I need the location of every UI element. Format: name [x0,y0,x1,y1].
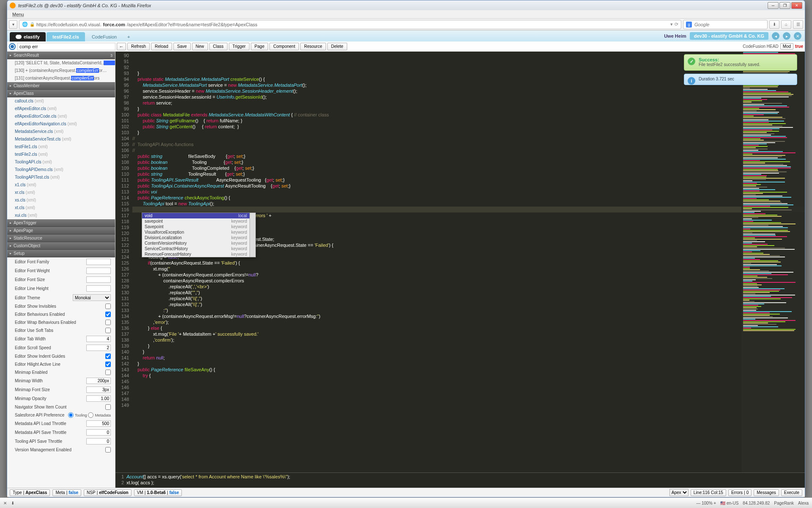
window-titlebar: testFile2.cls @ dev30 - elastify GmbH & … [7,0,592,10]
apex-file-item[interactable]: callout.cls (xml) [7,97,115,105]
globe-icon: 🌐 [22,22,28,27]
trigger-button[interactable]: Trigger [229,43,250,50]
setup-show-invisibles[interactable] [105,304,111,309]
autocomplete-popup[interactable]: voidlocalsavepointkeywordSavepointkeywor… [142,213,256,257]
setup-hilight-line[interactable] [105,362,111,367]
setup-indent-guides[interactable] [105,353,111,359]
apex-file-item[interactable]: ToolingAPITest.cls (xml) [7,174,115,181]
delete-button[interactable]: Delete [327,43,347,50]
setup-behaviours[interactable] [105,312,111,317]
setup-font-family[interactable] [86,259,111,265]
setup-font-size[interactable] [86,276,111,283]
cat-apexclass[interactable]: ▸ApexClass [7,90,115,97]
setup-line-height[interactable] [86,285,111,292]
setup-minimap-enabled[interactable] [105,370,111,370]
cat-apextrigger[interactable]: ▸ApexTrigger [7,219,115,227]
cloud-icon [16,35,22,39]
search-icon [9,43,16,50]
apex-file-item[interactable]: testFile2.cls (xml) [7,151,115,158]
cat-customobject[interactable]: ▸CustomObject [7,242,115,250]
cat-setup[interactable]: ▸Setup [7,250,115,257]
brand-tab[interactable]: elastify [10,32,46,41]
active-line [132,207,592,213]
code-editor[interactable]: 90 91 92 93 94 95 96 97 98 99 100 101 10… [115,52,592,370]
lock-icon: 🔒 [30,22,35,27]
autocomplete-item[interactable]: ServiceContractHistorykeyword [142,246,250,251]
setup-theme[interactable]: Monokai [73,294,111,301]
setup-font-weight[interactable] [86,268,111,274]
resource-button[interactable]: Resource [300,43,326,50]
autocomplete-item[interactable]: voidlocal [142,213,250,218]
search-result-item[interactable]: [120] 'SELECT Id, State, MetadataContain… [7,59,115,67]
window-title: testFile2.cls @ dev30 - elastify GmbH & … [18,3,592,8]
tab-add[interactable]: + [123,32,134,41]
setup-scroll-speed[interactable] [86,345,111,351]
firefox-icon [10,3,16,8]
apex-file-item[interactable]: ToolingAPIDemo.cls (xml) [7,166,115,174]
setup-tab-width[interactable] [86,336,111,342]
url-field[interactable]: 🌐 🔒 https://elfcodefusion.eu0.visual.for… [19,20,592,29]
tab-codefusion[interactable]: CodeFusion [86,32,123,41]
back-button[interactable]: ← [117,43,126,50]
apex-file-item[interactable]: xui.cls (xml) [7,212,115,219]
browser-toolbar: ▾ 🌐 🔒 https://elfcodefusion.eu0.visual.f… [7,19,592,30]
apex-file-item[interactable]: xs.cls (xml) [7,196,115,204]
toolbar: ← Refresh Reload Save New Class Trigger … [7,41,592,52]
sidebar: ▸SearchResult3 [120] 'SELECT Id, State, … [7,52,115,370]
setup-wrap-behaviours[interactable] [105,320,111,325]
autocomplete-item[interactable]: savepointkeyword [142,218,250,224]
apex-file-item[interactable]: elfApexEditorNavigation.cls (xml) [7,120,115,128]
autocomplete-item[interactable]: Savepointkeyword [142,224,250,229]
search-result-item[interactable]: [130] + (containerAsyncRequest.compilerE… [7,67,115,75]
cat-apexpage[interactable]: ▸ApexPage [7,227,115,235]
cat-staticresource[interactable]: ▸StaticResource [7,235,115,242]
reload-button[interactable]: Reload [151,43,172,50]
class-button[interactable]: Class [209,43,228,50]
refresh-button[interactable]: Refresh [127,43,150,50]
app-tabs: elastify testFile2.cls CodeFusion + Uwe … [7,30,592,41]
autocomplete-item[interactable]: ContentVersionHistorykeyword [142,240,250,246]
apex-file-item[interactable]: elfApexEditor.cls (xml) [7,105,115,113]
autocomplete-item[interactable]: VisualforceExceptionkeyword [142,229,250,235]
apex-file-item[interactable]: xr.cls (xml) [7,189,115,196]
menu-button[interactable]: Menu [9,12,27,17]
apex-file-item[interactable]: testFile1.cls (xml) [7,143,115,151]
cat-searchresult[interactable]: ▸SearchResult3 [7,52,115,59]
apex-file-item[interactable]: MetadataService.cls (xml) [7,128,115,135]
page-button[interactable]: Page [251,43,268,50]
save-button[interactable]: Save [173,43,191,50]
apex-file-item[interactable]: ToolingAPI.cls (xml) [7,158,115,166]
autocomplete-item[interactable]: RevenueForecastHistorykeyword [142,251,250,257]
autocomplete-item[interactable]: DivisionLocalizationkeyword [142,235,250,240]
cat-classmember[interactable]: ▸ClassMember [7,82,115,90]
browser-menubar: Menu [7,10,592,19]
sidebar-search-input[interactable] [17,43,115,50]
gutter: 90 91 92 93 94 95 96 97 98 99 100 101 10… [115,52,132,370]
component-button[interactable]: Component [269,43,299,50]
apex-file-item[interactable]: xt.cls (xml) [7,204,115,212]
new-button[interactable]: New [192,43,208,50]
apex-file-item[interactable]: MetadataServiceTest.cls (xml) [7,135,115,143]
apex-file-item[interactable]: x1.cls (xml) [7,181,115,189]
setup-soft-tabs[interactable] [105,328,111,333]
nav-dropdown[interactable]: ▾ [9,20,17,29]
tab-file[interactable]: testFile2.cls [47,32,85,41]
apex-file-item[interactable]: elfApexEditorCode.cls (xml) [7,113,115,120]
search-result-item[interactable]: [131] containerAsyncRequest.compilerErro… [7,75,115,82]
